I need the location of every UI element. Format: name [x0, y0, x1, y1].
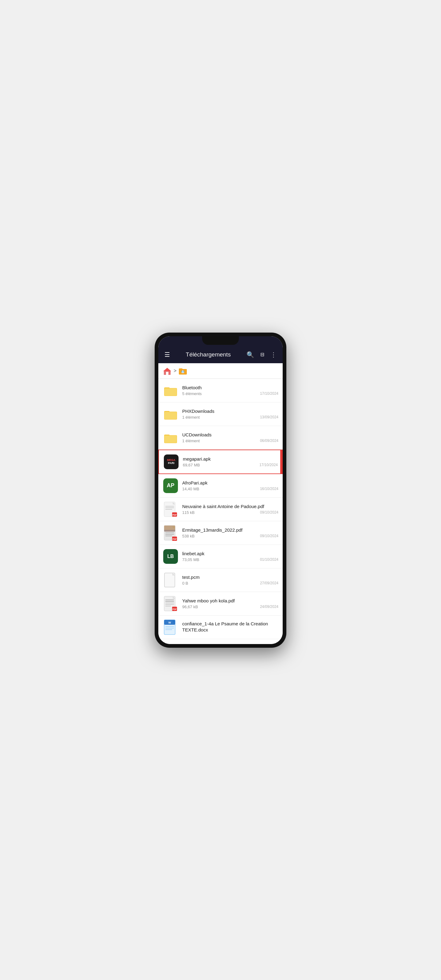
file-name: linebet.apk: [182, 550, 279, 557]
more-icon[interactable]: ⋮: [269, 350, 278, 360]
svg-text:PDF: PDF: [172, 514, 177, 516]
file-name: Neuvaine à saint Antoine de Padoue.pdf: [182, 503, 279, 510]
file-meta: 73,05 MB 01/10/2024: [182, 557, 279, 562]
list-item[interactable]: test.pcm 0 B 27/09/2024: [158, 568, 283, 592]
pdf-icon-yahwe: PDF: [162, 596, 178, 612]
file-info-uc: UCDownloads 1 élément 06/09/2024: [182, 432, 279, 443]
list-item[interactable]: PHXDownloads 1 élément 13/09/2024: [158, 402, 283, 426]
phone-device: ☰ Téléchargements 🔍 ⊟ ⋮ >: [154, 332, 287, 648]
file-info-afropari: AfroPari.apk 14,40 MB 16/10/2024: [182, 480, 279, 491]
file-name: PHXDownloads: [182, 408, 279, 414]
page-title: Téléchargements: [175, 351, 242, 358]
search-icon[interactable]: 🔍: [245, 350, 255, 360]
list-item[interactable]: PDF Neuvaine à saint Antoine de Padoue.p…: [158, 498, 283, 521]
file-meta: 1 élément 13/09/2024: [182, 415, 279, 420]
svg-marker-1: [163, 368, 171, 371]
apk-icon-linebet: LB: [162, 549, 178, 565]
folder-icon-phx: [162, 406, 178, 422]
svg-text:PDF: PDF: [172, 538, 177, 540]
file-name: megapari.apk: [183, 456, 278, 462]
file-info-linebet: linebet.apk 73,05 MB 01/10/2024: [182, 550, 279, 562]
list-item[interactable]: LB linebet.apk 73,05 MB 01/10/2024: [158, 545, 283, 568]
menu-icon[interactable]: ☰: [163, 350, 171, 360]
apk-icon-afropari: AP: [162, 478, 178, 494]
file-name: test.pcm: [182, 574, 279, 580]
file-info-phx: PHXDownloads 1 élément 13/09/2024: [182, 408, 279, 420]
file-meta: 69,67 MB 17/10/2024: [183, 463, 278, 467]
file-meta: 14,40 MB 16/10/2024: [182, 487, 279, 491]
file-info-neuvaine: Neuvaine à saint Antoine de Padoue.pdf 1…: [182, 503, 279, 515]
file-info-yahwe: Yahwe mboo yoh kola.pdf 96,67 kB 24/09/2…: [182, 598, 279, 609]
list-item[interactable]: UCDownloads 1 élément 06/09/2024: [158, 426, 283, 450]
svg-rect-7: [183, 370, 183, 372]
file-name: Yahwe mboo yoh kola.pdf: [182, 598, 279, 604]
svg-text:PDF: PDF: [172, 608, 177, 610]
pdf-icon-neuvaine: PDF: [162, 501, 178, 517]
file-name: AfroPari.apk: [182, 480, 279, 486]
file-meta: 96,67 kB 24/09/2024: [182, 605, 279, 609]
file-info-confiance: confiance_1-4a Le Psaume de la Creation …: [182, 621, 279, 633]
apk-icon-megapari: MEGA PARI: [163, 454, 179, 470]
file-meta: 115 kB 09/10/2024: [182, 510, 279, 515]
svg-rect-11: [164, 388, 177, 396]
file-info-ermitage: Ermitage_13mardis_2022.pdf 538 kB 09/10/…: [182, 527, 279, 538]
list-item[interactable]: W confiance_1-4a Le Psaume de la Creatio…: [158, 616, 283, 639]
file-info-bluetooth: Bluetooth 5 éléments 17/10/2024: [182, 385, 279, 396]
filter-icon[interactable]: ⊟: [259, 350, 266, 359]
file-meta: 1 élément 06/09/2024: [182, 439, 279, 443]
file-name: Bluetooth: [182, 385, 279, 391]
svg-text:W: W: [169, 621, 171, 624]
camera-notch: [202, 336, 239, 345]
pdf-icon-ermitage: PDF: [162, 525, 178, 541]
list-item[interactable]: PDF Yahwe mboo yoh kola.pdf 96,67 kB 24/…: [158, 592, 283, 616]
file-name: UCDownloads: [182, 432, 279, 438]
phone-screen: ☰ Téléchargements 🔍 ⊟ ⋮ >: [158, 336, 283, 644]
docx-icon-confiance: W: [162, 619, 178, 635]
file-list: Bluetooth 5 éléments 17/10/2024: [158, 379, 283, 639]
pcm-icon-test: [162, 572, 178, 588]
list-item[interactable]: PDF Ermitage_13mardis_2022.pdf 538 kB 09…: [158, 521, 283, 545]
file-info-megapari: megapari.apk 69,67 MB 17/10/2024: [183, 456, 278, 467]
breadcrumb-separator: >: [174, 368, 177, 374]
red-indicator: [280, 450, 282, 474]
downloads-folder-icon[interactable]: [178, 366, 188, 375]
file-name: Ermitage_13mardis_2022.pdf: [182, 527, 279, 533]
file-name: confiance_1-4a Le Psaume de la Creation …: [182, 621, 279, 633]
svg-rect-2: [166, 372, 169, 375]
svg-rect-4: [179, 368, 183, 370]
svg-rect-17: [164, 436, 177, 443]
file-info-testpcm: test.pcm 0 B 27/09/2024: [182, 574, 279, 585]
bottom-space: [158, 639, 283, 644]
list-item[interactable]: Bluetooth 5 éléments 17/10/2024: [158, 379, 283, 402]
svg-rect-14: [164, 412, 177, 419]
breadcrumb: >: [158, 363, 283, 379]
folder-icon-bluetooth: [162, 382, 178, 398]
folder-icon-uc: [162, 430, 178, 445]
file-meta: 0 B 27/09/2024: [182, 581, 279, 585]
home-icon[interactable]: [162, 366, 172, 375]
file-meta: 5 éléments 17/10/2024: [182, 391, 279, 396]
list-item-megapari[interactable]: MEGA PARI megapari.apk 69,67 MB 17/10/20…: [158, 450, 283, 474]
svg-rect-8: [181, 372, 184, 373]
list-item[interactable]: AP AfroPari.apk 14,40 MB 16/10/2024: [158, 474, 283, 498]
top-bar: ☰ Téléchargements 🔍 ⊟ ⋮: [158, 346, 283, 363]
file-meta: 538 kB 09/10/2024: [182, 534, 279, 538]
